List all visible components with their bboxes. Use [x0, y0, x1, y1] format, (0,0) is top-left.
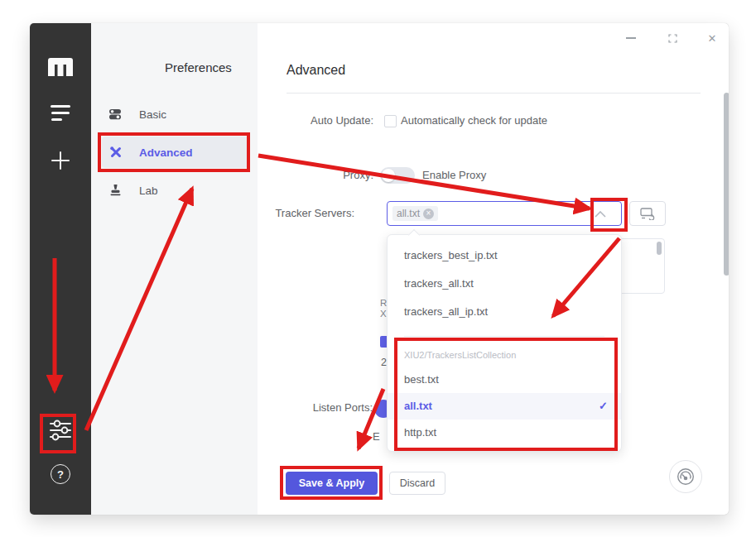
tracker-servers-label: Tracker Servers: [230, 205, 354, 222]
dropdown-divider [404, 336, 604, 337]
annotation-rect-save [280, 466, 383, 500]
annotation-rect-preferences-icon [40, 414, 76, 453]
preferences-title: Preferences [165, 60, 232, 74]
minimize-icon [626, 37, 636, 39]
selected-tracker-tag: all.txt × [392, 206, 438, 221]
screenshot-page: ? Preferences Basic [0, 0, 756, 537]
tag-remove-icon[interactable]: × [423, 209, 434, 219]
add-task-icon[interactable] [30, 150, 91, 171]
hint-fragment-3: E [373, 430, 380, 443]
dropdown-caret [408, 229, 420, 241]
annotation-rect-group [394, 338, 618, 451]
maximize-icon [668, 34, 677, 43]
proxy-toggle[interactable] [380, 167, 415, 184]
help-icon[interactable]: ? [30, 464, 91, 484]
preferences-panel: Preferences Basic [91, 23, 258, 515]
sidebar-item-basic-label: Basic [139, 108, 166, 121]
auto-update-option-label[interactable]: Automatically check for update [401, 113, 547, 129]
auto-update-label: Auto Update: [249, 113, 373, 129]
annotation-rect-advanced [98, 132, 250, 172]
tracker-servers-select[interactable]: all.txt × [387, 201, 622, 226]
page-title: Advanced [287, 63, 345, 78]
auto-update-checkbox[interactable] [384, 115, 397, 127]
task-list-icon[interactable] [30, 105, 91, 125]
speed-limit-button[interactable] [669, 460, 702, 493]
discard-button[interactable]: Discard [389, 472, 445, 495]
listen-ports-label: Listen Ports: [257, 400, 373, 416]
toggle-knob [382, 169, 395, 182]
proxy-option-label: Enable Proxy [422, 167, 486, 184]
textarea-scroll-thumb[interactable] [657, 242, 662, 255]
sync-tracker-icon [640, 208, 655, 220]
tag-text: all.txt [397, 208, 420, 219]
basic-icon [108, 108, 122, 124]
title-divider [287, 93, 701, 93]
close-button[interactable]: ✕ [704, 30, 720, 46]
motrix-preferences-window: ? Preferences Basic [30, 23, 729, 515]
proxy-label: Proxy: [249, 167, 373, 184]
speed-gauge-icon [676, 467, 696, 487]
sync-trackers-button[interactable] [629, 201, 666, 226]
content-scrollbar[interactable] [724, 93, 729, 276]
dropdown-option[interactable]: trackers_all_ip.txt [388, 298, 621, 326]
annotation-rect-chevron [590, 198, 628, 232]
close-icon: ✕ [708, 32, 717, 45]
dropdown-option[interactable]: trackers_all.txt [388, 270, 621, 298]
dropdown-option[interactable]: trackers_best_ip.txt [388, 242, 621, 270]
lab-icon [109, 184, 122, 200]
maximize-button[interactable] [664, 30, 681, 46]
help-glyph: ? [57, 468, 64, 481]
motrix-logo-icon [30, 58, 91, 76]
sidebar-item-lab-label: Lab [139, 185, 158, 197]
minimize-button[interactable] [623, 30, 639, 46]
